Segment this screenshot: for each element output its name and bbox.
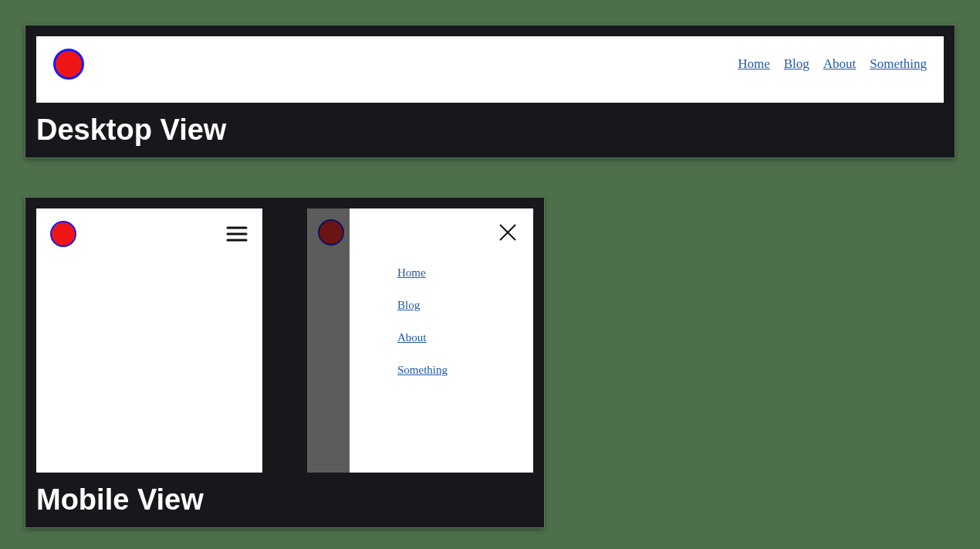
mobile-open-backdrop xyxy=(307,208,350,473)
logo-icon xyxy=(50,221,76,247)
nav-link-about[interactable]: About xyxy=(397,331,427,344)
desktop-header: Home Blog About Something xyxy=(36,36,944,103)
mobile-title: Mobile View xyxy=(36,483,533,517)
hamburger-icon[interactable] xyxy=(225,222,248,246)
list-item: Home xyxy=(397,266,519,280)
nav-link-something[interactable]: Something xyxy=(397,364,448,376)
logo-icon xyxy=(318,219,344,246)
list-item: Blog xyxy=(397,298,519,312)
mobile-menu-list: Home Blog About Something xyxy=(363,221,519,377)
nav-link-home[interactable]: Home xyxy=(738,56,770,72)
desktop-title: Desktop View xyxy=(36,114,944,147)
mobile-menu-panel: Home Blog About Something xyxy=(350,208,533,473)
nav-link-blog[interactable]: Blog xyxy=(784,56,809,72)
mobile-panel: Home Blog About Something Mobile View xyxy=(25,197,545,528)
desktop-nav: Home Blog About Something xyxy=(738,56,927,72)
close-icon[interactable] xyxy=(496,221,519,244)
nav-link-about[interactable]: About xyxy=(823,56,857,72)
list-item: Something xyxy=(397,363,519,377)
logo-icon xyxy=(53,49,84,80)
nav-link-blog[interactable]: Blog xyxy=(397,299,420,311)
desktop-panel: Home Blog About Something Desktop View xyxy=(25,25,955,158)
mobile-open-frame: Home Blog About Something xyxy=(307,208,533,473)
mobile-closed-header xyxy=(36,208,262,259)
mobile-closed-frame xyxy=(36,208,262,473)
nav-link-home[interactable]: Home xyxy=(397,266,426,279)
list-item: About xyxy=(397,330,519,344)
nav-link-something[interactable]: Something xyxy=(870,56,927,72)
mobile-row: Home Blog About Something xyxy=(36,208,533,473)
